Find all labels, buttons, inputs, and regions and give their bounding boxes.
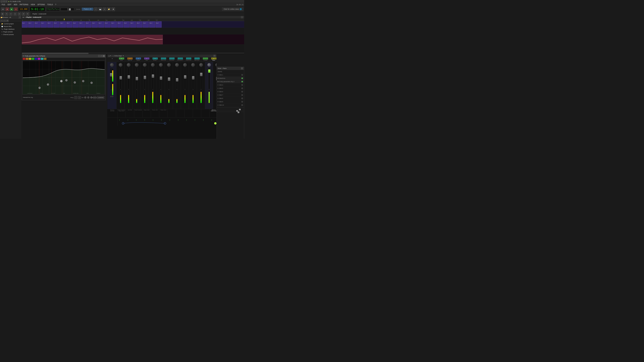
slot1-power[interactable] bbox=[241, 74, 243, 76]
bpm-display[interactable]: 115.000 bbox=[18, 7, 28, 11]
tool6-btn[interactable]: ↻ bbox=[26, 12, 30, 16]
slot7-power[interactable] bbox=[241, 94, 243, 96]
additive-pan-knob[interactable] bbox=[135, 63, 138, 67]
close-button[interactable]: × bbox=[5, 0, 8, 2]
slot-none-top[interactable]: (none) bbox=[217, 70, 244, 73]
slot-7-item[interactable]: ▶ Slot 7 bbox=[217, 93, 244, 97]
browser-nav-btn[interactable]: ← bbox=[0, 19, 3, 22]
slot-eq2-item[interactable]: ▶ Fruity parametric EQ 2 bbox=[217, 80, 244, 83]
news-button[interactable]: Click for online news 🌐 bbox=[222, 8, 243, 10]
brass-pan-knob[interactable] bbox=[215, 63, 217, 67]
piano-pan-knob[interactable] bbox=[207, 63, 211, 67]
maximize-button[interactable]: □ bbox=[3, 0, 5, 2]
piano-fader-thumb[interactable] bbox=[208, 69, 210, 73]
cello-fader-thumb[interactable] bbox=[144, 76, 146, 79]
record2-btn[interactable]: ⏺ bbox=[111, 7, 115, 11]
browser-up-btn[interactable]: ↑ bbox=[3, 19, 6, 22]
tool4-btn[interactable]: ⇔ bbox=[18, 12, 21, 16]
syntharp-pan-knob[interactable] bbox=[127, 63, 130, 67]
fhorn-pan-knob[interactable] bbox=[183, 63, 187, 67]
trumpets-fader-thumb[interactable] bbox=[200, 73, 202, 76]
perc2-fader-thumb[interactable] bbox=[176, 78, 178, 81]
slot5-power[interactable] bbox=[241, 87, 243, 89]
eq-monitor-btn[interactable]: MONITOR bbox=[93, 96, 96, 99]
strings2-fader-thumb[interactable] bbox=[152, 74, 154, 78]
menu-tools[interactable]: TOOLS bbox=[46, 3, 54, 6]
eq-freq-knob[interactable] bbox=[84, 96, 86, 99]
pattern-button[interactable]: Pattern 28 bbox=[82, 8, 93, 10]
window-controls[interactable]: _ □ × bbox=[1, 0, 8, 2]
slot6-power[interactable] bbox=[241, 91, 243, 92]
tool3-btn[interactable]: ⊙ bbox=[13, 12, 17, 16]
menu-options[interactable]: OPTIONS bbox=[36, 3, 46, 6]
rewind-button[interactable]: ⏮ bbox=[1, 7, 5, 11]
menu-help[interactable]: ? bbox=[54, 3, 57, 6]
tool1-btn[interactable]: ✎ bbox=[5, 12, 8, 16]
piano-roll-btn[interactable]: 🎹 bbox=[98, 7, 102, 11]
stop-button[interactable]: ■ bbox=[5, 7, 9, 11]
master-pan-knob[interactable] bbox=[110, 63, 114, 67]
sidebar-item-plugin-database[interactable]: 🔌 Plugin database bbox=[0, 28, 22, 30]
eq-detach-btn[interactable]: ↗ bbox=[100, 55, 102, 57]
slot-8-item[interactable]: ▶ Slot 8 bbox=[217, 97, 244, 100]
slots-close-btn[interactable]: × bbox=[241, 67, 243, 69]
playlist-btn[interactable]: ≡ bbox=[103, 7, 106, 11]
playlist-scrollbar[interactable] bbox=[22, 53, 244, 54]
scroll-thumb[interactable] bbox=[22, 53, 88, 54]
slot-1-item[interactable]: ▶ Slot 1 bbox=[217, 73, 244, 77]
slot4-power[interactable] bbox=[241, 84, 243, 86]
slot-9-item[interactable]: ▶ Slot 9 bbox=[217, 100, 244, 103]
sidebar-item-plugin-presets[interactable]: ⚙ Plugin presets bbox=[0, 30, 22, 33]
slot9-power[interactable] bbox=[241, 101, 243, 103]
eq-band-type-btn1[interactable]: ⌒ bbox=[74, 96, 77, 99]
sidebar-item-current-project[interactable]: 📁 Current project bbox=[0, 22, 22, 25]
eq-band-type-btn2[interactable]: ∫ bbox=[78, 96, 81, 99]
perc-fader-thumb[interactable] bbox=[168, 77, 170, 81]
additive-fader-thumb[interactable] bbox=[136, 77, 138, 80]
browser-btn[interactable]: 📁 bbox=[107, 7, 111, 11]
eq-bw-knob[interactable] bbox=[87, 96, 90, 99]
sidebar-item-channel-presets[interactable]: ≡ Channel presets bbox=[0, 33, 22, 36]
mixer-close-btn[interactable]: × bbox=[214, 55, 216, 57]
eq-close-btn[interactable]: × bbox=[103, 55, 105, 57]
master-solo-btn[interactable] bbox=[112, 96, 113, 97]
sidebar-item-recent-files[interactable]: 🕐 Recent files bbox=[0, 25, 22, 28]
strings2-pan-knob[interactable] bbox=[151, 63, 155, 67]
perc2-pan-knob[interactable] bbox=[175, 63, 179, 67]
cello-pan-knob[interactable] bbox=[143, 63, 146, 67]
master-mute-btn[interactable] bbox=[110, 96, 112, 97]
menu-add[interactable]: ADD bbox=[13, 3, 18, 6]
slot-4-item[interactable]: ▶ Slot 4 bbox=[217, 83, 244, 87]
slot8-power[interactable] bbox=[241, 97, 243, 99]
synth-pan-knob[interactable] bbox=[119, 63, 122, 67]
record-button[interactable]: ● bbox=[14, 7, 18, 11]
menu-patterns[interactable]: PATTERNS bbox=[18, 3, 29, 6]
menu-view[interactable]: VIEW bbox=[30, 3, 36, 6]
stringsec-fader-thumb[interactable] bbox=[160, 76, 162, 80]
bassdrum-pan-knob[interactable] bbox=[191, 63, 195, 67]
bassdrum-fader-thumb[interactable] bbox=[192, 76, 194, 79]
syntharp-fader-thumb[interactable] bbox=[128, 75, 130, 79]
tool5-btn[interactable]: ↺ bbox=[22, 12, 25, 16]
stringsec-pan-knob[interactable] bbox=[159, 63, 163, 67]
browser-refresh-btn[interactable]: ↺ bbox=[6, 19, 9, 22]
slot-10-item[interactable]: ▶ Slot 10 bbox=[217, 103, 244, 107]
playlist-close-btn[interactable]: × bbox=[241, 16, 243, 18]
menu-file[interactable]: FILE bbox=[1, 3, 6, 6]
tool2-btn[interactable]: ✂ bbox=[9, 12, 13, 16]
slot-5-item[interactable]: ▶ Slot 5 bbox=[217, 87, 244, 90]
minimize-button[interactable]: _ bbox=[1, 0, 3, 2]
trumpets-pan-knob[interactable] bbox=[199, 63, 203, 67]
browser-add-btn[interactable]: + bbox=[18, 16, 21, 18]
slot-6-item[interactable]: ▶ Slot 6 bbox=[217, 90, 244, 93]
perc-pan-knob[interactable] bbox=[167, 63, 171, 67]
eq-minimize-btn[interactable]: ← bbox=[98, 55, 100, 57]
slot10-power[interactable] bbox=[241, 104, 243, 106]
slot-maximus-item[interactable]: ▶ Maximus bbox=[217, 77, 244, 80]
slot-maximus-power[interactable] bbox=[241, 77, 243, 79]
mixer-icon-btn[interactable]: ♪ bbox=[94, 7, 98, 11]
slot-eq2-power[interactable] bbox=[241, 81, 243, 82]
snap-btn[interactable]: ⊞ bbox=[1, 12, 4, 16]
play-button[interactable]: ▶ bbox=[10, 7, 14, 11]
menu-edit[interactable]: EDIT bbox=[6, 3, 12, 6]
